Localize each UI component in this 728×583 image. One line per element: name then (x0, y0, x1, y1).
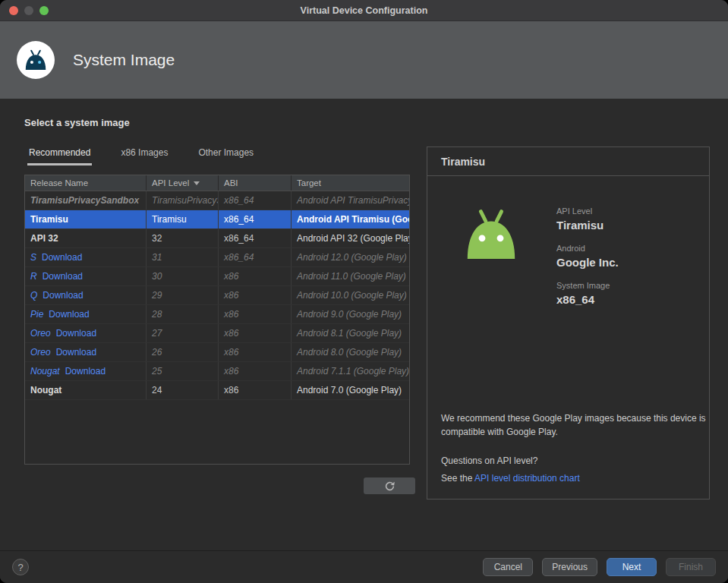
refresh-icon (384, 481, 396, 492)
api-level-label: API Level (556, 206, 619, 216)
cancel-button[interactable]: Cancel (483, 558, 533, 576)
table-row[interactable]: API 32 32 x86_64 Android API 32 (Google … (25, 229, 409, 248)
download-link[interactable]: Download (43, 290, 83, 301)
download-link[interactable]: Download (42, 252, 82, 263)
finish-button: Finish (666, 558, 716, 576)
api-level-value: Tiramisu (556, 219, 619, 232)
page-title: System Image (73, 51, 175, 69)
table-row[interactable]: RDownload 30 x86 Android 11.0 (Google Pl… (25, 267, 409, 286)
image-details-panel: Tiramisu API Level Tiramisu Android Go (427, 147, 710, 499)
api-level-distribution-chart-link[interactable]: API level distribution chart (474, 473, 580, 484)
table-row[interactable]: Nougat 24 x86 Android 7.0 (Google Play) (25, 381, 409, 400)
download-link[interactable]: Download (49, 309, 89, 320)
section-title: Select a system image (24, 117, 130, 128)
download-link[interactable]: Download (43, 271, 83, 282)
download-link[interactable]: Download (56, 328, 96, 339)
vendor-label: Android (556, 244, 619, 253)
main-content: Select a system image Recommended x86 Im… (0, 99, 728, 550)
image-spec-row: API Level Tiramisu Android Google Inc. S… (461, 206, 695, 306)
image-tabs: Recommended x86 Images Other Images (27, 143, 282, 165)
table-row[interactable]: TiramisuPrivacySandbox TiramisuPrivacySa… (25, 191, 409, 210)
refresh-button[interactable] (364, 477, 415, 494)
titlebar: Virtual Device Configuration (0, 0, 728, 21)
table-row[interactable]: OreoDownload 27 x86 Android 8.1 (Google … (25, 324, 409, 343)
window-controls (9, 6, 49, 15)
question-mark-icon: ? (17, 562, 23, 573)
virtual-device-configuration-window: Virtual Device Configuration System Imag… (0, 0, 728, 583)
android-avatar (17, 41, 55, 79)
tab-recommended[interactable]: Recommended (27, 143, 92, 165)
system-image-table: Release Name API Level ABI Target Tirami… (24, 175, 410, 465)
close-window-icon[interactable] (9, 6, 18, 15)
wizard-buttons: Cancel Previous Next Finish (483, 558, 716, 576)
zoom-window-icon[interactable] (39, 6, 49, 15)
download-link[interactable]: Download (65, 366, 106, 377)
table-row-selected[interactable]: Tiramisu Tiramisu x86_64 Android API Tir… (25, 210, 409, 229)
vendor-value: Google Inc. (556, 256, 619, 269)
minimize-window-icon[interactable] (24, 6, 33, 15)
table-row[interactable]: OreoDownload 26 x86 Android 8.0 (Google … (25, 343, 409, 362)
column-header-api-level[interactable]: API Level (147, 175, 219, 191)
help-button[interactable]: ? (12, 559, 29, 575)
selected-image-title: Tiramisu (427, 147, 709, 176)
column-header-abi[interactable]: ABI (219, 175, 292, 191)
recommendation-text: We recommend these Google Play images be… (441, 412, 707, 439)
image-specs: API Level Tiramisu Android Google Inc. S… (556, 206, 619, 306)
wizard-footer: ? Cancel Previous Next Finish (0, 550, 728, 583)
wizard-header: System Image (0, 21, 728, 99)
tab-x86-images[interactable]: x86 Images (119, 143, 169, 165)
system-image-label: System Image (556, 281, 619, 290)
table-row[interactable]: PieDownload 28 x86 Android 9.0 (Google P… (25, 305, 409, 324)
system-image-value: x86_64 (556, 293, 619, 306)
sort-desc-icon (194, 181, 200, 185)
android-robot-icon (23, 48, 49, 72)
table-row[interactable]: SDownload 31 x86_64 Android 12.0 (Google… (25, 248, 409, 267)
download-link[interactable]: Download (56, 347, 96, 358)
previous-button[interactable]: Previous (542, 558, 597, 576)
table-header: Release Name API Level ABI Target (25, 175, 409, 191)
tab-other-images[interactable]: Other Images (197, 143, 255, 165)
image-details-body: API Level Tiramisu Android Google Inc. S… (427, 176, 709, 499)
column-header-release-name[interactable]: Release Name (25, 175, 147, 191)
next-button[interactable]: Next (607, 558, 657, 576)
column-header-target[interactable]: Target (292, 175, 409, 191)
android-robot-icon (461, 206, 522, 263)
table-row[interactable]: NougatDownload 25 x86 Android 7.1.1 (Goo… (25, 362, 409, 381)
table-row[interactable]: QDownload 29 x86 Android 10.0 (Google Pl… (25, 286, 409, 305)
distribution-chart-line: See the API level distribution chart (441, 473, 695, 485)
api-level-question: Questions on API level? (441, 455, 695, 466)
window-title: Virtual Device Configuration (301, 5, 428, 16)
